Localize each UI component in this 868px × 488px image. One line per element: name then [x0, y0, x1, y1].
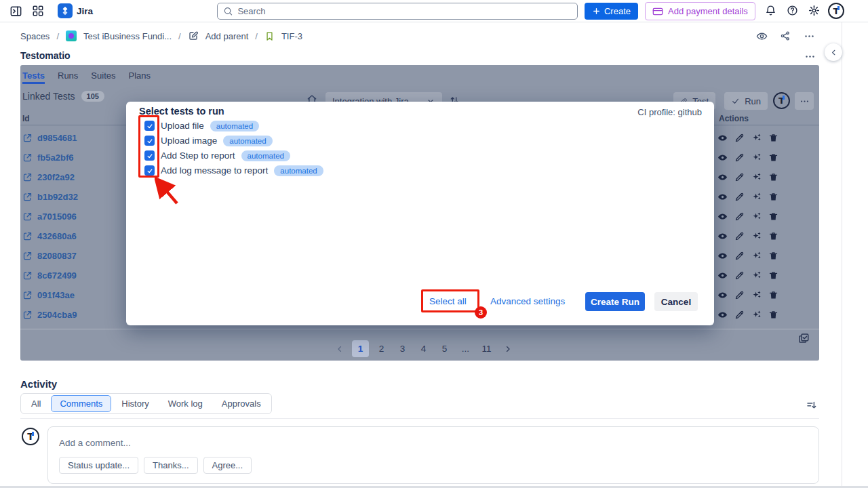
sort-comments-icon[interactable]: [806, 399, 818, 411]
view-eye-icon[interactable]: [717, 133, 728, 143]
table-row[interactable]: d9854681: [22, 128, 77, 148]
table-row[interactable]: 230f2a92: [22, 167, 75, 187]
ai-sparkles-icon[interactable]: [751, 152, 762, 163]
tab-suites[interactable]: Suites: [91, 70, 115, 81]
edit-pencil-icon[interactable]: [734, 152, 745, 163]
edit-pencil-icon[interactable]: [734, 270, 745, 281]
page-button[interactable]: 2: [373, 340, 390, 357]
view-eye-icon[interactable]: [717, 270, 728, 281]
breadcrumb-spaces-link[interactable]: Spaces: [20, 31, 50, 41]
delete-trash-icon[interactable]: [768, 231, 778, 241]
test-checkbox-row[interactable]: Upload file automated: [144, 120, 259, 131]
table-row[interactable]: a7015096: [22, 207, 77, 226]
delete-trash-icon[interactable]: [768, 290, 778, 300]
delete-trash-icon[interactable]: [768, 152, 778, 163]
view-eye-icon[interactable]: [717, 290, 728, 300]
view-eye-icon[interactable]: [717, 172, 728, 182]
checkbox-checked[interactable]: [144, 165, 155, 176]
test-checkbox-row[interactable]: Add Step to report automated: [144, 150, 290, 161]
delete-trash-icon[interactable]: [768, 211, 778, 222]
tab-plans[interactable]: Plans: [129, 70, 151, 81]
create-button[interactable]: Create: [585, 3, 638, 20]
table-row[interactable]: fb5a2bf6: [22, 148, 73, 167]
breadcrumb-add-parent-link[interactable]: Add parent: [205, 31, 249, 41]
comment-box[interactable]: Add a comment... Status update... Thanks…: [47, 426, 819, 484]
tab-approvals[interactable]: Approvals: [213, 395, 270, 412]
delete-trash-icon[interactable]: [768, 133, 778, 143]
tab-comments[interactable]: Comments: [51, 395, 111, 412]
tab-tests[interactable]: Tests: [22, 70, 45, 81]
test-id-link[interactable]: a7015096: [37, 211, 77, 222]
checkbox-checked[interactable]: [144, 150, 155, 161]
checkbox-checked[interactable]: [144, 136, 155, 146]
page-button[interactable]: 4: [415, 340, 432, 357]
ai-sparkles-icon[interactable]: [751, 192, 762, 202]
next-page-icon[interactable]: [499, 340, 516, 357]
quick-reply-status-update[interactable]: Status update...: [59, 457, 138, 474]
test-checkbox-row[interactable]: Add log message to report automated: [144, 165, 323, 176]
delete-trash-icon[interactable]: [768, 270, 778, 281]
help-icon[interactable]: [787, 5, 798, 16]
edit-pencil-icon[interactable]: [734, 310, 745, 320]
testomatio-logo[interactable]: [773, 92, 790, 109]
table-row[interactable]: b1b92d32: [22, 187, 78, 207]
checkbox-checked[interactable]: [144, 121, 155, 131]
table-row[interactable]: 82080837: [22, 246, 77, 266]
edit-pencil-icon[interactable]: [734, 172, 745, 182]
edit-pencil-icon[interactable]: [734, 231, 745, 241]
jira-logo[interactable]: [58, 3, 73, 18]
more-actions-icon[interactable]: [800, 27, 818, 45]
view-eye-icon[interactable]: [717, 251, 728, 261]
tab-all[interactable]: All: [22, 395, 50, 412]
breadcrumb-issue-key[interactable]: TIF-3: [281, 31, 302, 41]
create-run-button[interactable]: Create Run: [585, 292, 645, 311]
sidebar-toggle-icon[interactable]: [9, 5, 22, 18]
app-switcher-icon[interactable]: [32, 5, 44, 17]
cancel-button[interactable]: Cancel: [654, 292, 698, 311]
view-eye-icon[interactable]: [717, 211, 728, 222]
test-checkbox-row[interactable]: Upload image automated: [144, 135, 273, 146]
tab-history[interactable]: History: [113, 395, 157, 412]
ai-sparkles-icon[interactable]: [751, 290, 762, 300]
delete-trash-icon[interactable]: [768, 251, 778, 261]
test-id-link[interactable]: 432680a6: [37, 231, 77, 241]
advanced-settings-link[interactable]: Advanced settings: [490, 296, 565, 306]
edit-pencil-icon[interactable]: [734, 133, 745, 143]
prev-page-icon[interactable]: [331, 340, 348, 357]
test-id-link[interactable]: 091f43ae: [37, 290, 75, 300]
notifications-icon[interactable]: [765, 5, 776, 16]
tab-runs[interactable]: Runs: [58, 70, 78, 81]
edit-pencil-icon[interactable]: [734, 211, 745, 222]
page-button[interactable]: 11: [478, 340, 495, 357]
ai-sparkles-icon[interactable]: [751, 211, 762, 222]
widget-overflow-icon[interactable]: [795, 92, 814, 110]
delete-trash-icon[interactable]: [768, 310, 778, 320]
breadcrumb-space-link[interactable]: Test iBusiness Fundi...: [83, 31, 172, 41]
user-avatar[interactable]: [828, 3, 844, 19]
table-row[interactable]: 432680a6: [22, 226, 77, 246]
table-row[interactable]: 2504cba9: [22, 305, 77, 325]
batch-select-icon[interactable]: [797, 332, 810, 344]
test-id-link[interactable]: 230f2a92: [37, 172, 75, 182]
ai-sparkles-icon[interactable]: [751, 251, 762, 261]
search-input[interactable]: [237, 6, 572, 16]
delete-trash-icon[interactable]: [768, 172, 778, 182]
select-all-link[interactable]: Select all: [429, 296, 467, 306]
tab-work-log[interactable]: Work log: [159, 395, 212, 412]
run-button[interactable]: Run: [724, 92, 768, 110]
widget-more-icon[interactable]: [804, 51, 816, 62]
quick-reply-agree[interactable]: Agree...: [203, 457, 252, 474]
view-eye-icon[interactable]: [717, 152, 728, 163]
page-button[interactable]: 3: [394, 340, 411, 357]
page-button[interactable]: 5: [436, 340, 453, 357]
ai-sparkles-icon[interactable]: [751, 310, 762, 320]
ai-sparkles-icon[interactable]: [751, 231, 762, 241]
view-eye-icon[interactable]: [717, 310, 728, 320]
edit-pencil-icon[interactable]: [734, 290, 745, 300]
edit-pencil-icon[interactable]: [734, 251, 745, 261]
settings-gear-icon[interactable]: [808, 5, 820, 16]
edit-pencil-icon[interactable]: [734, 192, 745, 202]
quick-reply-thanks[interactable]: Thanks...: [144, 457, 197, 474]
add-payment-details-button[interactable]: Add payment details: [645, 2, 755, 20]
delete-trash-icon[interactable]: [768, 192, 778, 202]
